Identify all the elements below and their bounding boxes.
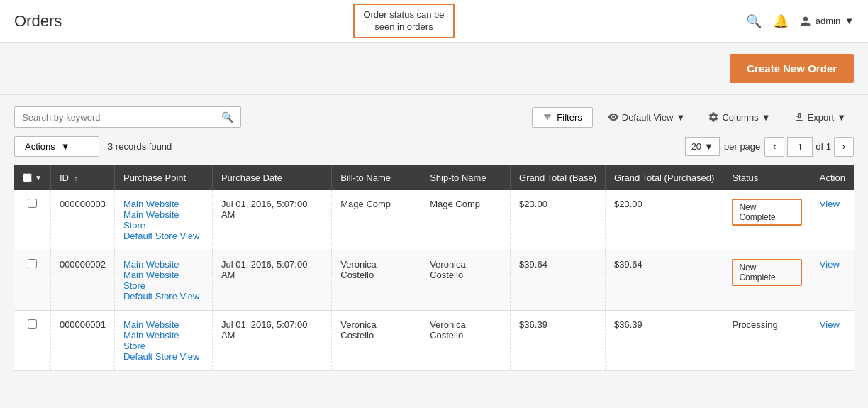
pager: ‹ 1 of 1 › (764, 137, 854, 157)
row-action: View (811, 190, 854, 250)
status-badge: New Complete (732, 259, 801, 286)
filters-button[interactable]: Filters (532, 107, 592, 128)
pager-total: of 1 (816, 141, 831, 152)
tooltip-container: Order status can be seen in orders (353, 4, 454, 39)
row-purchase-date: Jul 01, 2016, 5:07:00 AM (212, 311, 331, 371)
actions-row: Actions ▼ 3 records found 20 ▼ per page … (14, 136, 854, 157)
row-ship-to-name: Veronica Costello (421, 250, 511, 311)
th-action: Action (811, 165, 854, 190)
admin-menu[interactable]: admin ▼ (800, 16, 854, 27)
gear-icon (708, 111, 719, 123)
content-area: 🔍 Filters Default View ▼ Columns ▼ Expor… (0, 95, 868, 382)
bell-icon[interactable]: 🔔 (773, 13, 789, 29)
search-icon[interactable]: 🔍 (746, 13, 762, 29)
status-badge: New Complete (732, 199, 801, 226)
per-page-chevron-icon: ▼ (704, 141, 713, 152)
top-bar-right: 🔍 🔔 admin ▼ (746, 13, 854, 29)
purchase-point-link[interactable]: Main Website Store (123, 270, 204, 291)
row-purchase-date: Jul 01, 2016, 5:07:00 AM (212, 250, 331, 311)
th-purchase-point: Purchase Point (114, 165, 212, 190)
row-status: Processing (723, 311, 811, 371)
row-grand-total-purchased: $36.39 (605, 311, 723, 371)
row-checkbox-2[interactable] (28, 319, 37, 329)
th-grand-total-base: Grand Total (Base) (511, 165, 606, 190)
view-link[interactable]: View (820, 259, 840, 270)
purchase-point-link[interactable]: Main Website Store (123, 330, 204, 351)
purchase-point-link[interactable]: Default Store View (123, 231, 204, 241)
row-action: View (811, 311, 854, 371)
export-chevron-icon: ▼ (837, 112, 846, 123)
action-bar: Create New Order (0, 43, 868, 95)
row-grand-total-base: $23.00 (511, 190, 606, 250)
table-row: 000000001Main WebsiteMain Website StoreD… (14, 311, 854, 371)
status-plain: Processing (732, 319, 777, 330)
th-status: Status (723, 165, 811, 190)
view-chevron-icon: ▼ (677, 112, 686, 123)
search-submit-icon[interactable]: 🔍 (221, 111, 233, 123)
pager-prev-button[interactable]: ‹ (764, 137, 784, 157)
table-header: ▼ ID ↑ Purchase Point Purchase Date Bill… (14, 165, 854, 190)
pager-current-page: 1 (787, 137, 813, 157)
row-checkbox-cell (14, 311, 50, 371)
pager-next-button[interactable]: › (834, 137, 854, 157)
row-bill-to-name: Mage Comp (332, 190, 421, 250)
row-grand-total-base: $39.64 (511, 250, 606, 311)
table-body: 000000003Main WebsiteMain Website StoreD… (14, 190, 854, 371)
order-status-tooltip: Order status can be seen in orders (353, 4, 454, 39)
default-view-button[interactable]: Default View ▼ (600, 106, 694, 128)
row-checkbox-0[interactable] (28, 199, 37, 208)
row-purchase-point: Main WebsiteMain Website StoreDefault St… (114, 250, 212, 311)
eye-icon (608, 111, 619, 123)
row-purchase-date: Jul 01, 2016, 5:07:00 AM (212, 190, 331, 250)
filter-icon (542, 112, 552, 122)
select-all-checkbox[interactable] (23, 173, 32, 182)
actions-right: 20 ▼ per page ‹ 1 of 1 › (685, 137, 854, 157)
columns-chevron-icon: ▼ (762, 112, 771, 123)
orders-table: ▼ ID ↑ Purchase Point Purchase Date Bill… (14, 165, 854, 371)
row-bill-to-name: Veronica Costello (332, 311, 421, 371)
purchase-point-link[interactable]: Main Website (123, 319, 204, 330)
row-action: View (811, 250, 854, 311)
row-bill-to-name: Veronica Costello (332, 250, 421, 311)
th-bill-to-name: Bill-to Name (332, 165, 421, 190)
view-link[interactable]: View (820, 319, 840, 330)
row-grand-total-purchased: $39.64 (605, 250, 723, 311)
purchase-point-link[interactable]: Main Website Store (123, 209, 204, 231)
th-id[interactable]: ID ↑ (50, 165, 114, 190)
columns-button[interactable]: Columns ▼ (700, 106, 778, 128)
row-checkbox-cell (14, 250, 50, 311)
per-page-select[interactable]: 20 ▼ (685, 137, 720, 156)
row-ship-to-name: Mage Comp (421, 190, 511, 250)
row-purchase-point: Main WebsiteMain Website StoreDefault St… (114, 190, 212, 250)
purchase-point-link[interactable]: Main Website (123, 199, 204, 209)
row-id: 000000001 (50, 311, 114, 371)
row-id: 000000003 (50, 190, 114, 250)
row-checkbox-1[interactable] (28, 259, 37, 268)
create-new-order-button[interactable]: Create New Order (730, 54, 854, 83)
row-status: New Complete (723, 250, 811, 311)
th-checkbox: ▼ (14, 165, 50, 190)
actions-left: Actions ▼ 3 records found (14, 136, 172, 157)
admin-label: admin (816, 16, 840, 26)
th-ship-to-name: Ship-to Name (421, 165, 511, 190)
purchase-point-link[interactable]: Default Store View (123, 291, 204, 302)
select-all-chevron-icon[interactable]: ▼ (35, 174, 42, 182)
row-grand-total-purchased: $23.00 (605, 190, 723, 250)
row-ship-to-name: Veronica Costello (421, 311, 511, 371)
export-button[interactable]: Export ▼ (786, 106, 854, 128)
top-bar: Orders Order status can be seen in order… (0, 0, 868, 43)
purchase-point-link[interactable]: Main Website (123, 259, 204, 270)
actions-chevron-icon: ▼ (61, 141, 70, 152)
purchase-point-link[interactable]: Default Store View (123, 351, 204, 362)
records-count: 3 records found (108, 141, 172, 152)
view-link[interactable]: View (820, 199, 840, 209)
th-purchase-date: Purchase Date (212, 165, 331, 190)
id-sort-icon: ↑ (74, 175, 78, 182)
search-input[interactable] (22, 112, 221, 123)
actions-button[interactable]: Actions ▼ (14, 136, 99, 157)
page-title: Orders (14, 12, 62, 31)
row-grand-total-base: $36.39 (511, 311, 606, 371)
toolbar-row: 🔍 Filters Default View ▼ Columns ▼ Expor… (14, 106, 854, 128)
row-id: 000000002 (50, 250, 114, 311)
th-grand-total-purchased: Grand Total (Purchased) (605, 165, 723, 190)
